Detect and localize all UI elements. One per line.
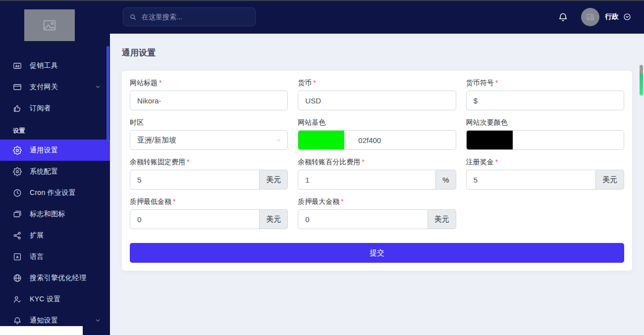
site-base-color-label: 网站基色 bbox=[298, 118, 456, 127]
sidebar-item-system-configuration[interactable]: 系统配置 bbox=[0, 161, 110, 182]
submit-button[interactable]: 提交 bbox=[130, 243, 624, 263]
search-box bbox=[123, 7, 256, 26]
sidebar-item-subscribers[interactable]: 订阅者 bbox=[0, 97, 110, 119]
user-menu-button[interactable] bbox=[623, 13, 631, 21]
timezone-select[interactable]: 亚洲/新加坡 bbox=[130, 130, 288, 150]
balance-transfer-fixed-charge-addon: 美元 bbox=[259, 170, 288, 190]
sidebar-item-kyc-setting[interactable]: KYC 设置 bbox=[0, 288, 110, 310]
image-placeholder-icon bbox=[586, 13, 594, 21]
required-asterisk: * bbox=[159, 79, 161, 87]
topbar: 行政 bbox=[110, 0, 644, 34]
max-stake-amount-addon: 美元 bbox=[428, 209, 456, 229]
ad-icon: Ad bbox=[13, 61, 22, 70]
sidebar-item-seo-manager[interactable]: 搜索引擎优化经理 bbox=[0, 267, 110, 288]
chevron-down-icon bbox=[95, 84, 101, 90]
balance-transfer-percent-charge-field: 余额转账百分比费用*% bbox=[298, 158, 456, 190]
balance-transfer-fixed-charge-input[interactable] bbox=[130, 170, 259, 190]
min-stake-amount-input[interactable] bbox=[130, 209, 259, 229]
clock-icon bbox=[13, 189, 22, 197]
signup-bonus-addon: 美元 bbox=[595, 170, 624, 190]
sidebar-section-label: 设置 bbox=[0, 119, 110, 140]
site-base-color-picker[interactable]: 02f400 bbox=[298, 130, 456, 150]
sidebar-item-label: KYC 设置 bbox=[30, 295, 60, 304]
timezone-selected-value: 亚洲/新加坡 bbox=[137, 136, 176, 145]
sidebar-nav-settings: 通用设置系统配置Cron 作业设置标志和图标扩展A语言搜索引擎优化经理KYC 设… bbox=[0, 140, 110, 331]
brand-logo-placeholder[interactable] bbox=[24, 9, 75, 41]
site-base-color-value: 02f400 bbox=[344, 131, 455, 149]
sidebar-item-logo-and-favicon[interactable]: 标志和图标 bbox=[0, 203, 110, 225]
site-secondary-color-picker[interactable] bbox=[466, 130, 624, 150]
sidebar-item-label: 通用设置 bbox=[30, 146, 58, 155]
sidebar-item-label: Cron 作业设置 bbox=[30, 189, 76, 197]
sidebar-item-extensions[interactable]: 扩展 bbox=[0, 225, 110, 246]
sidebar-item-label: 语言 bbox=[30, 252, 44, 261]
min-stake-amount-field: 质押最低金额*美元 bbox=[130, 197, 288, 229]
required-asterisk: * bbox=[362, 158, 364, 166]
topbar-right: 行政 bbox=[558, 8, 631, 26]
timezone-field: 时区亚洲/新加坡 bbox=[130, 118, 288, 150]
search-icon bbox=[129, 13, 137, 21]
max-stake-amount-label: 质押最大金额* bbox=[298, 197, 456, 206]
required-asterisk: * bbox=[313, 79, 316, 87]
search-input[interactable] bbox=[142, 13, 249, 21]
currency-symbol-field: 货币符号* bbox=[466, 79, 624, 110]
notifications-button[interactable] bbox=[558, 12, 568, 22]
site-secondary-color-swatch[interactable] bbox=[467, 131, 513, 149]
page-scrollbar-gray-segment bbox=[640, 65, 643, 73]
balance-transfer-fixed-charge-label: 余额转账固定费用* bbox=[130, 158, 288, 167]
sidebar-nav: Ad促销工具支付网关订阅者 设置 通用设置系统配置Cron 作业设置标志和图标扩… bbox=[0, 55, 110, 331]
balance-transfer-fixed-charge-field: 余额转账固定费用*美元 bbox=[130, 158, 288, 190]
sidebar-item-general-setting[interactable]: 通用设置 bbox=[0, 140, 110, 161]
sidebar-scrollbar-thumb[interactable] bbox=[107, 46, 109, 142]
required-asterisk: * bbox=[495, 158, 498, 166]
currency-symbol-input[interactable] bbox=[466, 91, 624, 110]
required-asterisk: * bbox=[341, 197, 343, 205]
required-asterisk: * bbox=[495, 79, 498, 87]
timezone-label: 时区 bbox=[130, 118, 288, 127]
language-icon: A bbox=[13, 252, 22, 261]
bell-icon bbox=[558, 12, 568, 22]
site-base-color-swatch[interactable] bbox=[298, 131, 344, 149]
sidebar-item-language[interactable]: A语言 bbox=[0, 246, 110, 267]
required-asterisk: * bbox=[187, 158, 189, 166]
user-avatar[interactable] bbox=[581, 8, 599, 26]
bell-icon bbox=[13, 316, 22, 325]
thumbs-up-icon bbox=[13, 104, 22, 113]
max-stake-amount-input[interactable] bbox=[298, 209, 427, 229]
chevron-down-icon bbox=[95, 317, 101, 324]
gear-icon bbox=[13, 167, 22, 176]
site-title-input[interactable] bbox=[130, 91, 288, 110]
sidebar-item-label: 订阅者 bbox=[30, 104, 51, 113]
signup-bonus-input[interactable] bbox=[466, 170, 595, 190]
status-tooltip bbox=[0, 326, 83, 335]
currency-input[interactable] bbox=[298, 91, 456, 110]
page-title: 通用设置 bbox=[122, 47, 632, 58]
main-area: 行政 通用设置 网站标题*货币*货币符号*时区亚洲/新加坡网站基色02f400网… bbox=[110, 0, 644, 335]
currency-symbol-label: 货币符号* bbox=[466, 79, 624, 88]
sidebar-item-promotion-tools[interactable]: Ad促销工具 bbox=[0, 55, 110, 76]
user-check-icon bbox=[13, 295, 22, 304]
cog-icon bbox=[13, 146, 22, 155]
sidebar-item-label: 系统配置 bbox=[30, 167, 58, 176]
user-name: 行政 bbox=[605, 12, 619, 21]
sidebar-item-label: 促销工具 bbox=[30, 61, 58, 70]
min-stake-amount-addon: 美元 bbox=[259, 209, 288, 229]
sidebar-item-label: 扩展 bbox=[30, 231, 44, 240]
chevron-down-circle-icon bbox=[623, 13, 631, 21]
chevron-down-icon bbox=[276, 138, 281, 143]
content-area: 通用设置 网站标题*货币*货币符号*时区亚洲/新加坡网站基色02f400网站次要… bbox=[110, 34, 644, 335]
images-icon bbox=[13, 210, 22, 219]
svg-text:Ad: Ad bbox=[15, 64, 20, 67]
credit-card-icon bbox=[13, 83, 22, 92]
page-scrollbar-thumb[interactable] bbox=[640, 65, 643, 96]
balance-transfer-percent-charge-label: 余额转账百分比费用* bbox=[298, 158, 456, 167]
settings-card: 网站标题*货币*货币符号*时区亚洲/新加坡网站基色02f400网站次要颜色余额转… bbox=[122, 71, 632, 271]
svg-text:A: A bbox=[16, 255, 19, 259]
sidebar-item-label: 通知设置 bbox=[30, 316, 58, 325]
currency-field: 货币* bbox=[298, 79, 456, 110]
image-placeholder-icon bbox=[42, 18, 57, 33]
sidebar-item-cron-job-setting[interactable]: Cron 作业设置 bbox=[0, 182, 110, 203]
sidebar-item-payment-gateways[interactable]: 支付网关 bbox=[0, 76, 110, 97]
site-secondary-color-label: 网站次要颜色 bbox=[466, 118, 624, 127]
balance-transfer-percent-charge-input[interactable] bbox=[298, 170, 435, 190]
